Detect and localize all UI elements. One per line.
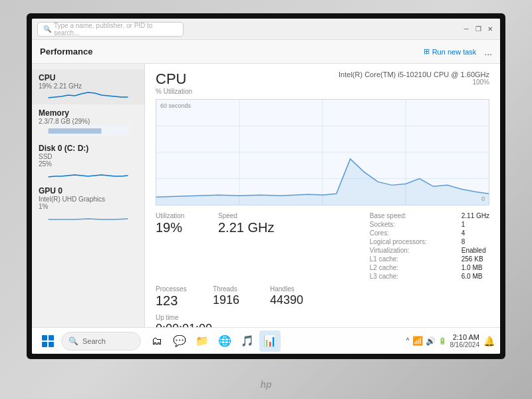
task-manager-search[interactable]: 🔍 Type a name, publisher, or PID to sear… [37, 22, 184, 37]
memory-mini-chart [39, 125, 138, 136]
base-speed-key: Base speed: [370, 212, 456, 219]
gpu-mini-chart [39, 210, 138, 221]
laptop-frame: 🔍 Type a name, publisher, or PID to sear… [0, 0, 532, 399]
start-button[interactable] [37, 331, 59, 352]
window-controls: ─ ❐ ✕ [462, 25, 495, 34]
sockets-val: 1 [462, 221, 489, 228]
processes-stat: Processes 123 [156, 285, 202, 309]
processes-value: 123 [156, 293, 202, 309]
base-speed-val: 2.11 GHz [462, 212, 489, 219]
speed-stat: Speed 2.21 GHz [218, 212, 274, 280]
stats-section: Utilization 19% Speed 2.21 GHz Base spee… [156, 212, 489, 280]
notification-icon[interactable]: 🔔 [483, 336, 495, 346]
header-actions: ⊞ Run new task ... [424, 47, 492, 57]
more-options-button[interactable]: ... [484, 47, 492, 57]
hp-logo: hp [260, 379, 271, 390]
cpu-graph-svg [156, 100, 489, 205]
cpu-pct: 100% [338, 78, 489, 86]
title-bar: 🔍 Type a name, publisher, or PID to sear… [32, 19, 500, 40]
cpu-graph: 60 seconds 0 [156, 99, 489, 205]
taskbar-search-text: Search [82, 337, 106, 345]
task-manager-icon[interactable]: 📊 [259, 331, 281, 352]
l3-val: 6.0 MB [462, 273, 489, 280]
run-icon: ⊞ [424, 47, 430, 56]
taskbar-icons: 🗂 💬 📁 🌐 🎵 📊 [146, 331, 281, 352]
close-button[interactable]: ✕ [485, 25, 495, 34]
app-header: Performance ⊞ Run new task ... [32, 40, 500, 64]
run-new-task-button[interactable]: ⊞ Run new task [424, 47, 477, 56]
app-title: Performance [40, 47, 92, 57]
threads-value: 1916 [213, 293, 259, 307]
l1-val: 256 KB [462, 255, 489, 263]
clock-date: 8/16/2024 [450, 341, 480, 348]
volume-icon[interactable]: 🔊 [426, 336, 436, 346]
task-view-icon[interactable]: 🗂 [146, 331, 168, 352]
clock[interactable]: 2:10 AM 8/16/2024 [450, 333, 480, 348]
uptime-label: Up time [156, 314, 489, 321]
sidebar-item-gpu[interactable]: GPU 0 Intel(R) UHD Graphics 1% [32, 182, 144, 225]
cores-val: 4 [462, 229, 489, 237]
cpu-model: Intel(R) Core(TM) i5-10210U CPU @ 1.60GH… [338, 70, 489, 78]
chat-icon[interactable]: 💬 [169, 331, 190, 352]
edge-icon[interactable]: 🌐 [214, 331, 235, 352]
battery-icon: 🔋 [438, 337, 446, 344]
screen-bezel: 🔍 Type a name, publisher, or PID to sear… [27, 13, 505, 359]
cores-key: Cores: [370, 229, 456, 237]
processes-label: Processes [156, 285, 202, 293]
virtualization-val: Enabled [462, 247, 489, 254]
taskbar-search[interactable]: 🔍 Search [61, 332, 141, 350]
sidebar-item-cpu[interactable]: CPU 19% 2.21 GHz [32, 69, 144, 104]
logical-val: 8 [462, 238, 489, 245]
two-col-stats: Utilization 19% Speed 2.21 GHz [156, 212, 274, 280]
threads-label: Threads [213, 285, 259, 293]
main-content: CPU 19% 2.21 GHz Memory 2.3/7.8 GB (29%) [32, 64, 500, 327]
wifi-icon[interactable]: 📶 [412, 336, 423, 346]
processes-stats-section: Processes 123 Threads 1916 Handles 44390 [156, 285, 489, 309]
uptime-value: 0:00:01:00 [156, 322, 489, 327]
taskbar-right: ^ 📶 🔊 🔋 2:10 AM 8/16/2024 🔔 [406, 333, 495, 348]
handles-value: 44390 [270, 293, 317, 307]
sockets-key: Sockets: [370, 221, 456, 228]
l2-val: 1.0 MB [462, 264, 489, 271]
clock-time: 2:10 AM [450, 333, 480, 341]
uptime-section: Up time 0:00:01:00 [156, 314, 489, 327]
media-icon[interactable]: 🎵 [237, 331, 258, 352]
handles-label: Handles [270, 285, 317, 293]
virtualization-key: Virtualization: [370, 247, 456, 254]
cpu-mini-chart [39, 90, 138, 100]
utilization-label: Utilization [156, 212, 202, 219]
screen: 🔍 Type a name, publisher, or PID to sear… [32, 19, 500, 354]
svg-rect-1 [49, 128, 102, 134]
l1-key: L1 cache: [370, 255, 456, 263]
graph-zero-label: 0 [481, 196, 485, 202]
system-tray: ^ 📶 🔊 🔋 [406, 336, 446, 346]
minimize-button[interactable]: ─ [462, 25, 471, 34]
handles-stat: Handles 44390 [270, 285, 317, 309]
cpu-panel: CPU % Utilization Intel(R) Core(TM) i5-1… [145, 64, 500, 327]
restore-button[interactable]: ❐ [473, 25, 483, 34]
cpu-model-area: Intel(R) Core(TM) i5-10210U CPU @ 1.60GH… [338, 70, 489, 86]
search-placeholder: Type a name, publisher, or PID to search… [54, 22, 178, 37]
disk-mini-chart [39, 168, 138, 178]
search-icon: 🔍 [43, 25, 51, 33]
tray-chevron-icon[interactable]: ^ [406, 337, 410, 344]
l2-key: L2 cache: [370, 264, 456, 271]
sidebar-item-memory[interactable]: Memory 2.3/7.8 GB (29%) [32, 104, 144, 140]
windows-logo-icon [42, 335, 54, 347]
cpu-sub-label: % Utilization [156, 88, 192, 95]
file-explorer-icon[interactable]: 📁 [192, 331, 213, 352]
utilization-stat: Utilization 19% [156, 212, 202, 280]
utilization-value: 19% [156, 220, 202, 235]
sidebar: CPU 19% 2.21 GHz Memory 2.3/7.8 GB (29%) [32, 64, 145, 327]
taskbar-search-icon: 🔍 [68, 336, 78, 346]
battery-area[interactable]: 🔋 [438, 337, 446, 344]
taskbar: 🔍 Search 🗂 💬 📁 🌐 🎵 📊 ^ 📶 [32, 327, 500, 354]
speed-value: 2.21 GHz [218, 220, 274, 235]
l3-key: L3 cache: [370, 273, 456, 280]
threads-stat: Threads 1916 [213, 285, 259, 309]
cpu-title-area: CPU % Utilization [156, 70, 192, 95]
graph-seconds-label: 60 seconds [160, 102, 191, 109]
logical-key: Logical processors: [370, 238, 456, 245]
speed-label: Speed [218, 212, 274, 219]
sidebar-item-disk[interactable]: Disk 0 (C: D:) SSD 25% [32, 140, 144, 182]
